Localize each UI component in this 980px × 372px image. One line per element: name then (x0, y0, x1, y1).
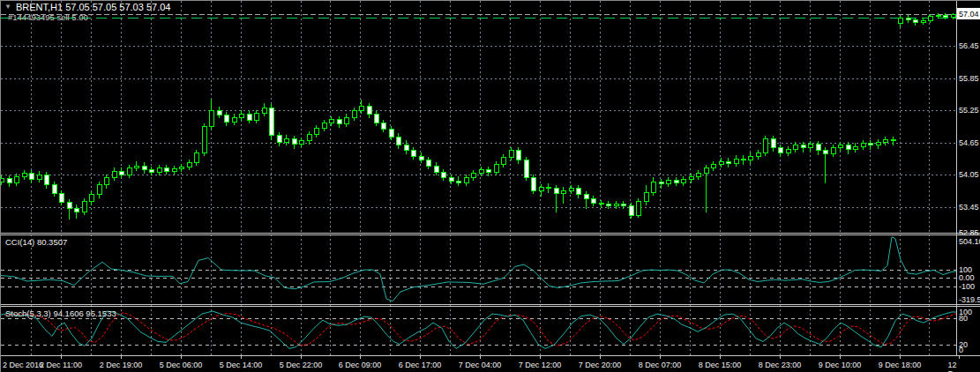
price-axis[interactable]: 56.4555.8555.2554.6554.0553.4552.85504.1… (957, 1, 980, 355)
time-axis-label: 6 Dec 09:00 (339, 361, 382, 369)
time-axis-label: 7 Dec 20:00 (579, 361, 622, 369)
bear-candle (381, 123, 385, 129)
bear-candle (554, 189, 558, 194)
bull-candle (883, 140, 887, 142)
bear-candle (531, 177, 535, 190)
bull-candle (838, 145, 842, 148)
bull-candle (666, 181, 670, 184)
bear-candle (516, 151, 520, 160)
bull-candle (831, 148, 835, 153)
chart-window: ▼ BRENT,H1 57.05 57.05 57.03 57.04 #1444… (0, 0, 980, 372)
bull-candle (299, 141, 303, 145)
bull-candle (786, 150, 790, 153)
bear-candle (823, 151, 827, 153)
candlestick-series (1, 13, 955, 219)
time-axis-label: 5 Dec 22:00 (280, 361, 323, 369)
bull-candle (232, 117, 236, 122)
bull-candle (254, 113, 258, 121)
bear-candle (411, 151, 415, 156)
bear-candle (591, 199, 595, 204)
time-axis-label: 9 Dec 10:00 (819, 361, 862, 369)
bull-candle (756, 153, 760, 156)
bull-candle (202, 127, 206, 153)
bear-candle (546, 187, 550, 188)
bull-candle (936, 15, 940, 16)
bull-candle (329, 120, 333, 123)
bull-candle (951, 14, 955, 18)
price-axis-label: 55.85 (959, 74, 979, 83)
bear-candle (59, 194, 64, 203)
time-axis-label: 7 Dec 04:00 (459, 361, 502, 369)
bull-candle (37, 175, 41, 179)
cci-indicator-label: CCI(14) 80.3507 (5, 237, 67, 247)
bear-candle (142, 166, 146, 170)
bull-candle (808, 145, 812, 148)
bear-candle (389, 130, 393, 138)
symbol-dropdown-icon: ▼ (4, 4, 11, 11)
bull-candle (876, 142, 880, 145)
time-axis-label: 2 Dec 2016 (3, 361, 43, 369)
time-axis-label: 2 Dec 19:00 (100, 361, 143, 369)
cci-axis-label: -100 (959, 282, 975, 291)
stoch-series (1, 311, 960, 348)
bear-candle (224, 115, 228, 122)
bear-candle (659, 182, 663, 183)
bull-candle (1, 179, 4, 182)
time-axis-label: 5 Dec 14:00 (220, 361, 263, 369)
bull-candle (284, 139, 288, 143)
bear-candle (67, 203, 71, 209)
bull-candle (898, 19, 902, 24)
bear-candle (7, 179, 11, 183)
bear-candle (771, 139, 775, 148)
bull-candle (112, 171, 116, 177)
bull-candle (172, 169, 176, 171)
bull-candle (853, 146, 857, 150)
bear-candle (674, 181, 678, 183)
time-axis-label: 6 Dec 17:00 (399, 361, 442, 369)
price-axis-label: 56.45 (959, 41, 979, 50)
bear-candle (913, 20, 917, 23)
bear-candle (801, 145, 805, 148)
bear-candle (149, 170, 153, 172)
bear-candle (599, 204, 603, 205)
bear-candle (404, 145, 408, 151)
bull-candle (614, 205, 618, 205)
time-axis[interactable]: 2 Dec 20162 Dec 11:002 Dec 19:005 Dec 06… (1, 355, 980, 372)
bear-candle (606, 205, 610, 205)
symbol-title-text: BRENT,H1 57.05 57.05 57.03 57.04 (16, 2, 171, 12)
bull-candle (127, 167, 131, 175)
bear-candle (629, 205, 633, 215)
bull-candle (734, 159, 738, 163)
bull-candle (134, 166, 138, 167)
bear-candle (426, 160, 430, 166)
bear-candle (778, 148, 782, 153)
bull-candle (689, 176, 693, 180)
grid (1, 1, 956, 355)
bear-candle (576, 189, 580, 195)
price-axis-label: 54.65 (959, 138, 979, 147)
bull-candle (82, 202, 86, 212)
bear-candle (52, 185, 56, 194)
bull-candle (479, 170, 483, 174)
bull-candle (322, 123, 326, 128)
bear-candle (419, 156, 423, 160)
cci-series (1, 237, 956, 301)
bear-candle (441, 172, 445, 177)
time-axis-label: 8 Dec 07:00 (639, 361, 682, 369)
bear-candle (396, 137, 400, 145)
bull-candle (104, 177, 108, 185)
price-axis-label: 55.25 (959, 106, 979, 115)
chart-canvas[interactable] (1, 1, 980, 372)
bear-candle (891, 140, 895, 141)
stoch-axis-label: 0 (959, 346, 963, 354)
bull-candle (711, 165, 715, 168)
bull-candle (359, 107, 363, 111)
bear-candle (846, 145, 850, 150)
bull-candle (89, 195, 94, 202)
bull-candle (239, 114, 243, 117)
bull-candle (569, 189, 573, 190)
bull-candle (157, 167, 161, 172)
bear-candle (906, 19, 910, 20)
bear-candle (337, 120, 341, 124)
time-axis-label: 8 Dec 15:00 (699, 361, 742, 369)
